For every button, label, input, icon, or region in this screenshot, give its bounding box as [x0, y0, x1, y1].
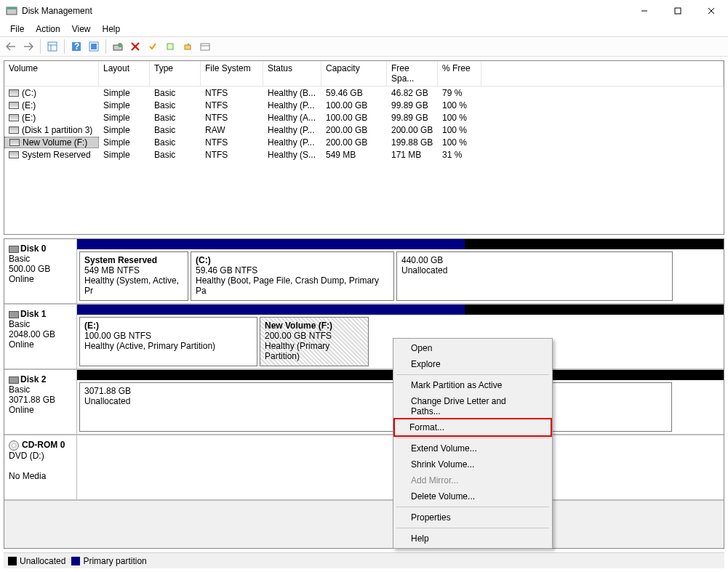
svg-text:?: ? [74, 41, 79, 52]
col-status[interactable]: Status [263, 61, 321, 86]
help-icon[interactable]: ? [68, 39, 84, 55]
svg-rect-6 [48, 42, 57, 51]
app-icon [6, 5, 17, 17]
legend-primary: Primary partition [83, 556, 146, 566]
disk-row: Disk 2Basic3071.88 GBOnline3071.88 GBUna… [4, 370, 724, 435]
ctx-change-letter[interactable]: Change Drive Letter and Paths... [395, 393, 551, 419]
svg-rect-1 [7, 7, 17, 9]
partition-box[interactable]: System Reserved549 MB NTFSHealthy (Syste… [79, 251, 188, 301]
menu-action[interactable]: Action [30, 23, 65, 36]
volume-icon [9, 114, 19, 121]
toolbar: ? [0, 36, 728, 57]
disk-row: Disk 1Basic2048.00 GBOnline(E:)100.00 GB… [4, 305, 724, 370]
col-fs[interactable]: File System [201, 61, 263, 86]
ctx-mark-active[interactable]: Mark Partition as Active [395, 377, 551, 393]
volume-icon [9, 102, 19, 109]
toolbar-check-icon[interactable] [145, 39, 161, 55]
volume-row[interactable]: (C:)SimpleBasicNTFSHealthy (B...59.46 GB… [4, 86, 724, 99]
window-title: Disk Management [22, 6, 92, 16]
volume-row[interactable]: System ReservedSimpleBasicNTFSHealthy (S… [4, 148, 724, 161]
disk-label[interactable]: Disk 2Basic3071.88 GBOnline [4, 370, 77, 434]
toolbar-settings-icon[interactable] [86, 39, 102, 55]
ctx-extend[interactable]: Extend Volume... [395, 440, 551, 456]
disk-row: CD-ROM 0DVD (D:)No Media [4, 435, 724, 501]
cdrom-icon [9, 440, 19, 451]
title-bar: Disk Management [0, 0, 728, 22]
ctx-properties[interactable]: Properties [395, 509, 551, 525]
col-layout[interactable]: Layout [99, 61, 150, 86]
partition-box[interactable]: 3071.88 GBUnallocated [79, 382, 672, 432]
col-pct[interactable]: % Free [438, 61, 481, 86]
volume-list-header: Volume Layout Type File System Status Ca… [4, 61, 724, 86]
disk-row: Disk 0Basic500.00 GBOnlineSystem Reserve… [4, 239, 724, 305]
partition-box[interactable]: (E:)100.00 GB NTFSHealthy (Active, Prima… [79, 317, 257, 366]
svg-rect-17 [167, 44, 173, 49]
back-button[interactable] [3, 39, 19, 55]
ctx-explore[interactable]: Explore [395, 356, 551, 372]
volume-row[interactable]: (E:)SimpleBasicNTFSHealthy (A...100.00 G… [4, 111, 724, 124]
maximize-button[interactable] [661, 0, 695, 22]
menu-bar: File Action View Help [0, 22, 728, 36]
volume-row[interactable]: (E:)SimpleBasicNTFSHealthy (P...100.00 G… [4, 99, 724, 111]
close-button[interactable] [695, 0, 728, 22]
svg-rect-12 [91, 44, 97, 49]
volume-icon [9, 126, 19, 134]
disk-icon [9, 311, 19, 318]
ctx-delete[interactable]: Delete Volume... [395, 488, 551, 504]
volume-row[interactable]: (Disk 1 partition 3)SimpleBasicRAWHealth… [4, 124, 724, 136]
volume-icon [9, 139, 20, 146]
volume-icon [9, 151, 19, 158]
svg-rect-19 [201, 44, 209, 50]
ctx-format[interactable]: Format... [393, 418, 552, 437]
minimize-button[interactable] [628, 0, 661, 22]
partition-box[interactable]: 440.00 GBUnallocated [396, 251, 673, 301]
partition-box[interactable]: New Volume (F:)200.00 GB NTFSHealthy (Pr… [260, 317, 369, 366]
partition-box[interactable]: (C:)59.46 GB NTFSHealthy (Boot, Page Fil… [191, 251, 394, 301]
disk-icon [9, 376, 19, 384]
ctx-help[interactable]: Help [395, 531, 551, 547]
volume-icon [9, 89, 19, 97]
disk-label[interactable]: Disk 1Basic2048.00 GBOnline [4, 305, 77, 368]
menu-view[interactable]: View [66, 23, 97, 36]
toolbar-properties-icon[interactable] [197, 39, 213, 55]
col-capacity[interactable]: Capacity [321, 61, 387, 86]
toolbar-view-icon[interactable] [44, 39, 60, 55]
toolbar-refresh-icon[interactable] [110, 39, 126, 55]
ctx-add-mirror: Add Mirror... [395, 472, 551, 488]
context-menu: Open Explore Mark Partition as Active Ch… [393, 338, 553, 549]
svg-rect-18 [185, 45, 191, 49]
legend-unallocated: Unallocated [20, 556, 65, 566]
forward-button[interactable] [20, 39, 36, 55]
delete-icon[interactable] [127, 39, 143, 55]
ctx-open[interactable]: Open [395, 340, 551, 356]
disk-icon [9, 246, 19, 253]
col-free[interactable]: Free Spa... [387, 61, 438, 86]
disk-graphical-view[interactable]: Disk 0Basic500.00 GBOnlineSystem Reserve… [4, 238, 724, 549]
menu-file[interactable]: File [4, 23, 30, 36]
volume-row[interactable]: New Volume (F:)SimpleBasicNTFSHealthy (P… [4, 136, 724, 148]
toolbar-new-icon[interactable] [162, 39, 178, 55]
col-type[interactable]: Type [150, 61, 201, 86]
svg-point-14 [118, 43, 122, 47]
disk-label[interactable]: Disk 0Basic500.00 GBOnline [4, 239, 77, 303]
svg-rect-3 [675, 8, 681, 14]
legend: Unallocated Primary partition [4, 552, 724, 568]
disk-label[interactable]: CD-ROM 0DVD (D:)No Media [4, 435, 77, 499]
toolbar-wizard-icon[interactable] [180, 39, 196, 55]
menu-help[interactable]: Help [97, 23, 127, 36]
ctx-shrink[interactable]: Shrink Volume... [395, 456, 551, 472]
col-volume[interactable]: Volume [4, 61, 99, 86]
volume-list[interactable]: Volume Layout Type File System Status Ca… [4, 60, 724, 235]
